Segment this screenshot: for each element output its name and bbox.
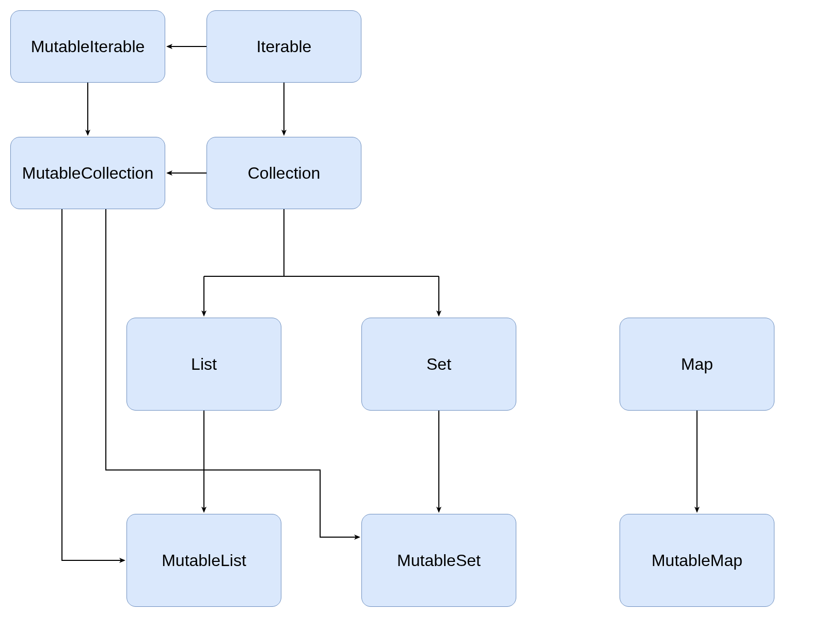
node-label: Set (426, 355, 451, 374)
class-hierarchy-diagram: MutableIterable Iterable MutableCollecti… (0, 0, 840, 643)
node-iterable: Iterable (207, 10, 361, 83)
node-mutable-iterable: MutableIterable (10, 10, 165, 83)
node-label: MutableList (162, 551, 246, 570)
node-mutable-map: MutableMap (620, 514, 774, 607)
node-label: MutableMap (652, 551, 742, 570)
node-map: Map (620, 318, 774, 411)
node-mutable-set: MutableSet (361, 514, 516, 607)
node-label: MutableCollection (22, 164, 153, 183)
edge-mutable-collection-to-mutable-list (62, 209, 124, 560)
node-set: Set (361, 318, 516, 411)
node-mutable-collection: MutableCollection (10, 137, 165, 209)
node-mutable-list: MutableList (126, 514, 281, 607)
node-label: Map (681, 355, 713, 374)
node-label: MutableIterable (31, 37, 145, 56)
node-label: Collection (248, 164, 321, 183)
edge-collection-branch (204, 209, 439, 276)
node-label: Iterable (257, 37, 312, 56)
node-list: List (126, 318, 281, 411)
node-label: List (191, 355, 217, 374)
node-collection: Collection (207, 137, 361, 209)
node-label: MutableSet (397, 551, 481, 570)
